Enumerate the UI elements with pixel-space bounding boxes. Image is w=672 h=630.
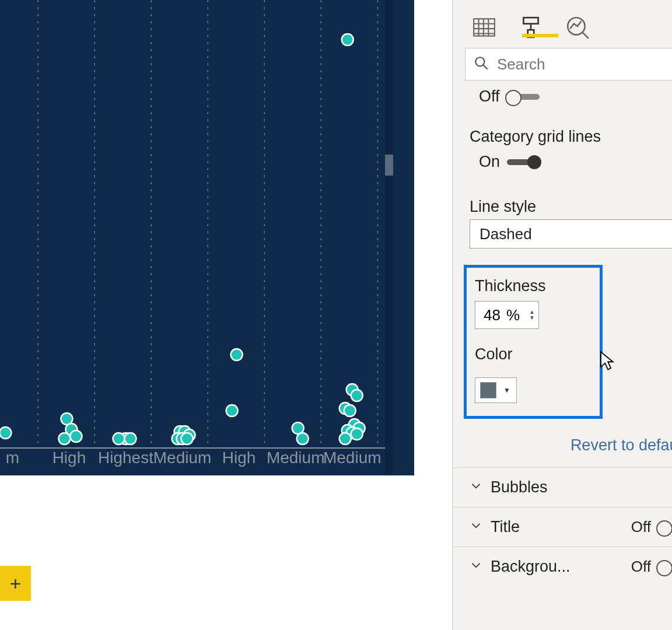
add-page-button[interactable]: + bbox=[0, 566, 31, 601]
svg-point-43 bbox=[351, 428, 363, 440]
color-label: Color bbox=[475, 345, 592, 363]
svg-text:High: High bbox=[52, 449, 86, 467]
accordion-bubbles[interactable]: Bubbles bbox=[453, 467, 672, 507]
chevron-down-icon bbox=[470, 558, 482, 576]
thickness-unit: % bbox=[506, 306, 520, 324]
svg-text:High: High bbox=[222, 449, 256, 467]
svg-point-19 bbox=[70, 430, 82, 442]
report-canvas: mHighHighestMediumHighMediumMedium + bbox=[0, 0, 452, 630]
thickness-input[interactable]: 48 % ▲ ▼ bbox=[475, 301, 539, 329]
svg-point-22 bbox=[125, 433, 136, 444]
active-tab-indicator bbox=[522, 34, 558, 37]
format-search-box[interactable] bbox=[465, 48, 672, 80]
search-icon bbox=[474, 55, 489, 73]
thickness-label: Thickness bbox=[475, 277, 592, 295]
thickness-value: 48 bbox=[484, 306, 501, 324]
svg-line-58 bbox=[483, 65, 488, 69]
chevron-down-icon bbox=[470, 478, 482, 496]
svg-text:Medium: Medium bbox=[267, 449, 325, 467]
chevron-down-icon: ▼ bbox=[503, 386, 510, 394]
svg-point-34 bbox=[342, 34, 354, 46]
format-pane: Off Category grid lines On Line style Da… bbox=[452, 0, 672, 630]
chart-vertical-scrollbar[interactable] bbox=[385, 0, 393, 475]
svg-point-36 bbox=[351, 390, 363, 401]
svg-point-23 bbox=[113, 433, 125, 444]
chevron-down-icon bbox=[470, 518, 482, 536]
highlighted-thickness-color-group: Thickness 48 % ▲ ▼ Color ▼ bbox=[464, 265, 603, 419]
svg-point-20 bbox=[58, 433, 70, 444]
thickness-step-down[interactable]: ▼ bbox=[529, 315, 535, 321]
search-input[interactable] bbox=[497, 55, 672, 74]
svg-point-44 bbox=[340, 433, 351, 444]
category-gridlines-toggle[interactable] bbox=[507, 159, 540, 165]
accordion-toggle[interactable] bbox=[658, 564, 672, 570]
svg-point-29 bbox=[181, 433, 193, 444]
accordion-backgrou[interactable]: Backgrou...Off bbox=[453, 547, 672, 586]
toggle-off-label: Off bbox=[479, 88, 500, 106]
svg-text:Medium: Medium bbox=[323, 449, 382, 467]
accordion-toggle[interactable] bbox=[658, 524, 672, 530]
line-style-select[interactable]: Dashed bbox=[470, 219, 672, 249]
svg-text:m: m bbox=[6, 449, 19, 467]
unknown-toggle[interactable] bbox=[507, 94, 540, 100]
analytics-tab-icon[interactable] bbox=[564, 14, 591, 41]
line-style-label: Line style bbox=[470, 198, 672, 216]
color-swatch-preview bbox=[480, 382, 496, 398]
color-picker[interactable]: ▼ bbox=[475, 377, 517, 403]
category-gridlines-label: Category grid lines bbox=[470, 128, 672, 146]
svg-point-30 bbox=[226, 405, 238, 416]
svg-point-33 bbox=[297, 433, 309, 444]
scatter-chart[interactable]: mHighHighestMediumHighMediumMedium bbox=[0, 0, 414, 475]
accordion-title[interactable]: TitleOff bbox=[453, 507, 672, 547]
revert-to-default-link[interactable]: Revert to default bbox=[570, 436, 672, 454]
scrollbar-thumb[interactable] bbox=[385, 155, 393, 176]
line-style-value: Dashed bbox=[480, 225, 532, 243]
svg-point-38 bbox=[344, 405, 356, 416]
svg-point-31 bbox=[231, 349, 243, 360]
svg-rect-52 bbox=[523, 18, 538, 24]
fields-tab-icon[interactable] bbox=[471, 14, 498, 41]
svg-point-57 bbox=[475, 57, 484, 66]
toggle-on-label: On bbox=[479, 153, 500, 171]
svg-text:Medium: Medium bbox=[153, 449, 212, 467]
svg-text:Highest: Highest bbox=[98, 449, 153, 467]
svg-point-16 bbox=[0, 427, 11, 439]
svg-line-56 bbox=[582, 32, 589, 38]
